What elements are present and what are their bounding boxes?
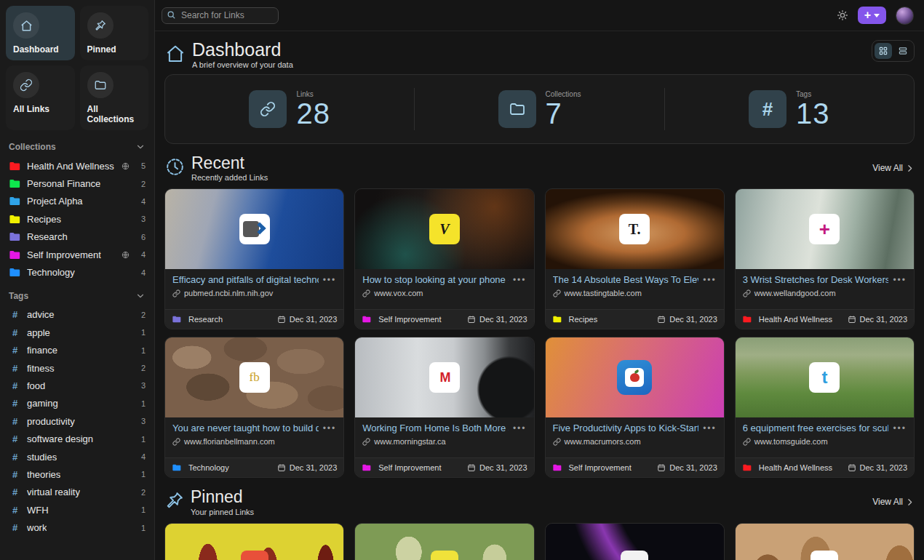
recent-view-all-link[interactable]: View All <box>872 163 915 173</box>
more-menu-icon[interactable]: ••• <box>893 424 907 433</box>
folder-icon <box>742 315 754 324</box>
link-card-tomsguide[interactable]: t 6 equipment free exercises for sculpti… <box>735 337 915 478</box>
card-collection[interactable]: Research <box>172 315 223 324</box>
sidebar-tag-gaming[interactable]: #gaming1 <box>6 395 148 412</box>
tag-count: 4 <box>138 452 146 461</box>
more-menu-icon[interactable]: ••• <box>513 276 527 284</box>
sidebar-item-label: Dashboard <box>13 44 68 55</box>
hash-icon: # <box>9 380 21 391</box>
pinned-view-all-link[interactable]: View All <box>872 497 915 507</box>
folder-icon <box>9 161 21 172</box>
sidebar-collection-personal-finance[interactable]: Personal Finance 2 <box>6 175 148 192</box>
link-card-florianbellmann[interactable]: fb You are never taught how to build qua… <box>164 337 344 478</box>
tag-count: 2 <box>138 311 146 319</box>
sidebar-tag-virtual-reality[interactable]: #virtual reality2 <box>6 484 148 501</box>
list-view-icon[interactable] <box>894 43 912 59</box>
collection-count: 2 <box>138 180 146 188</box>
card-collection[interactable]: Self Improvement <box>362 315 441 324</box>
sidebar-collection-health-and-wellness[interactable]: Health And Wellness 5 <box>6 157 148 175</box>
pinned-card-3[interactable] <box>545 523 725 560</box>
collections-header[interactable]: Collections <box>9 142 146 152</box>
sidebar-tag-work[interactable]: #work1 <box>6 519 148 536</box>
sidebar-tag-theories[interactable]: #theories1 <box>6 465 148 483</box>
stat-links[interactable]: Links 28 <box>165 90 414 129</box>
logo-letter: T. <box>629 221 641 238</box>
more-menu-icon[interactable]: ••• <box>703 424 717 433</box>
collection-name: Health And Wellness <box>27 161 114 172</box>
collection-name: Technology <box>27 267 75 278</box>
folder-icon <box>9 231 21 242</box>
sidebar-tag-finance[interactable]: #finance1 <box>6 342 148 359</box>
folder-icon <box>742 463 754 472</box>
tag-name: finance <box>27 345 57 356</box>
card-date: Dec 31, 2023 <box>848 463 907 472</box>
hash-icon: # <box>9 416 21 427</box>
sidebar-item-pinned[interactable]: Pinned <box>80 6 149 60</box>
card-title: The 14 Absolute Best Ways To Elevate Fr.… <box>553 274 699 285</box>
sidebar-tag-food[interactable]: #food3 <box>6 377 148 394</box>
sidebar-collection-self-improvement[interactable]: Self Improvement 4 <box>6 246 148 263</box>
chevron-down-icon <box>135 142 146 152</box>
sidebar-collection-technology[interactable]: Technology 4 <box>6 263 148 281</box>
date-label: Dec 31, 2023 <box>669 463 717 472</box>
sidebar-item-all-collections[interactable]: All Collections <box>80 65 149 130</box>
card-collection[interactable]: Health And Wellness <box>742 463 832 472</box>
card-collection[interactable]: Recipes <box>552 315 598 324</box>
card-thumbnail <box>165 189 343 269</box>
card-title: 3 Wrist Stretches for Desk Workers to D.… <box>743 274 889 285</box>
stat-collections[interactable]: Collections 7 <box>415 90 664 129</box>
pinned-card-1[interactable] <box>164 523 344 560</box>
grid-view-icon[interactable] <box>875 43 892 59</box>
card-body: 3 Wrist Stretches for Desk Workers to D.… <box>736 269 914 309</box>
sidebar-collection-recipes[interactable]: Recipes 3 <box>6 210 148 228</box>
stat-tags[interactable]: # Tags 13 <box>665 90 914 129</box>
recent-title: Recent <box>191 154 268 172</box>
sidebar-tag-productivity[interactable]: #productivity3 <box>6 412 148 430</box>
sidebar-collection-project-alpha[interactable]: Project Alpha 4 <box>6 193 148 210</box>
card-thumbnail: V <box>355 189 533 269</box>
stat-value: 13 <box>796 98 830 129</box>
sidebar: Dashboard Pinned All Links All Collectio… <box>0 0 155 560</box>
more-menu-icon[interactable]: ••• <box>513 424 527 433</box>
sidebar-tag-apple[interactable]: #apple1 <box>6 324 148 341</box>
pinned-card-2[interactable] <box>354 523 534 560</box>
add-new-button[interactable]: + <box>858 7 886 24</box>
sidebar-tag-studies[interactable]: #studies4 <box>6 448 148 465</box>
more-menu-icon[interactable]: ••• <box>323 276 337 284</box>
collection-name: Technology <box>188 463 229 472</box>
sidebar-item-all-links[interactable]: All Links <box>6 65 75 130</box>
macrumors-apple-icon <box>617 360 652 395</box>
sidebar-tag-software-design[interactable]: #software design1 <box>6 430 148 447</box>
link-card-macrumors[interactable]: Five Productivity Apps to Kick-Start the… <box>545 337 725 478</box>
more-menu-icon[interactable]: ••• <box>893 276 907 284</box>
card-body: Working From Home Is Both More and L...•… <box>355 417 533 457</box>
card-url: www.florianbellmann.com <box>184 437 275 446</box>
link-card-pubmed[interactable]: Efficacy and pitfalls of digital technol… <box>164 188 344 329</box>
tags-header[interactable]: Tags <box>9 291 146 301</box>
calendar-icon <box>277 463 286 472</box>
card-collection[interactable]: Health And Wellness <box>742 315 832 324</box>
topbar: + <box>155 0 924 31</box>
sidebar-tag-fitness[interactable]: #fitness2 <box>6 359 148 377</box>
link-card-wellandgood[interactable]: + 3 Wrist Stretches for Desk Workers to … <box>735 188 915 329</box>
link-card-morningstar[interactable]: M Working From Home Is Both More and L..… <box>354 337 534 478</box>
card-thumbnail: t <box>736 337 914 417</box>
search-input[interactable] <box>162 7 279 24</box>
more-menu-icon[interactable]: ••• <box>703 276 717 284</box>
chevron-down-icon <box>135 291 146 301</box>
card-collection[interactable]: Technology <box>172 463 229 472</box>
card-footer: Research Dec 31, 2023 <box>165 309 343 329</box>
card-collection[interactable]: Self Improvement <box>552 463 632 472</box>
link-card-tastingtable[interactable]: T. The 14 Absolute Best Ways To Elevate … <box>545 188 725 329</box>
avatar[interactable] <box>896 7 914 25</box>
card-title: You are never taught how to build qualit… <box>172 423 319 433</box>
sidebar-collection-research[interactable]: Research 6 <box>6 228 148 246</box>
pinned-card-4[interactable] <box>735 523 915 560</box>
link-card-vox[interactable]: V How to stop looking at your phone - Vo… <box>354 188 534 329</box>
more-menu-icon[interactable]: ••• <box>323 424 337 433</box>
theme-toggle-sun-icon[interactable] <box>837 9 848 21</box>
card-collection[interactable]: Self Improvement <box>362 463 441 472</box>
sidebar-item-dashboard[interactable]: Dashboard <box>6 6 75 60</box>
sidebar-tag-advice[interactable]: #advice2 <box>6 306 148 324</box>
sidebar-tag-wfh[interactable]: #WFH1 <box>6 501 148 519</box>
